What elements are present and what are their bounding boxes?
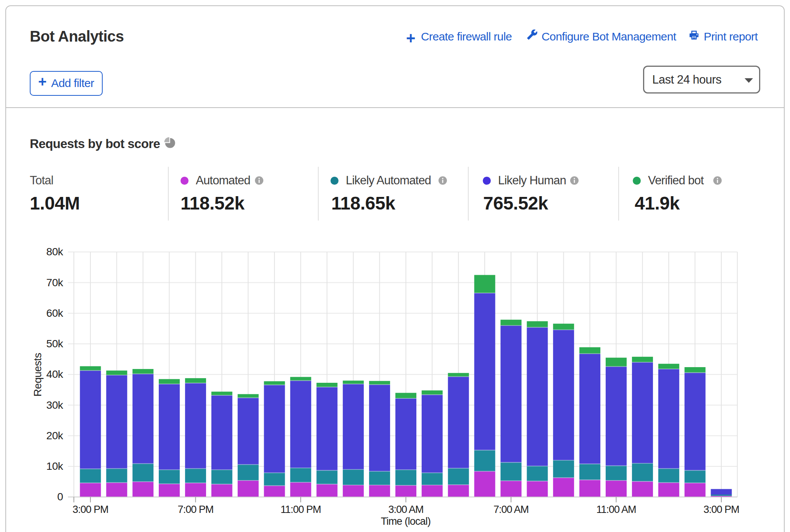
- svg-text:10k: 10k: [46, 460, 63, 472]
- svg-text:3:00 AM: 3:00 AM: [388, 504, 423, 515]
- svg-text:11:00 AM: 11:00 AM: [596, 504, 636, 515]
- svg-text:3:00 PM: 3:00 PM: [703, 504, 739, 515]
- svg-text:60k: 60k: [46, 307, 63, 319]
- svg-text:0: 0: [57, 491, 63, 503]
- svg-text:Requests: Requests: [32, 353, 44, 397]
- svg-text:20k: 20k: [46, 430, 63, 442]
- svg-text:7:00 AM: 7:00 AM: [493, 504, 529, 515]
- svg-text:70k: 70k: [46, 277, 63, 289]
- svg-text:80k: 80k: [46, 246, 63, 258]
- svg-text:40k: 40k: [46, 368, 63, 380]
- svg-text:30k: 30k: [46, 399, 63, 411]
- svg-text:7:00 PM: 7:00 PM: [178, 504, 214, 515]
- svg-text:3:00 PM: 3:00 PM: [73, 504, 108, 515]
- svg-text:11:00 PM: 11:00 PM: [281, 504, 321, 515]
- svg-text:50k: 50k: [46, 338, 63, 350]
- svg-text:Time (local): Time (local): [381, 516, 430, 527]
